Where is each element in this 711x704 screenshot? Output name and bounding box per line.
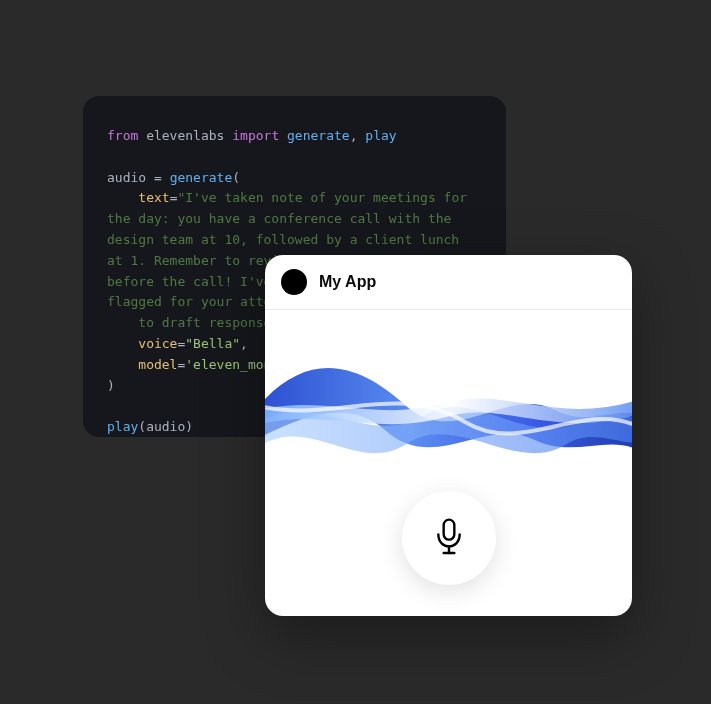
string-voice-value: "Bella" <box>185 336 240 351</box>
svg-rect-0 <box>443 519 454 539</box>
string-text-truncated: to draft responses <box>138 315 279 330</box>
app-header: My App <box>265 255 632 310</box>
app-title: My App <box>319 273 376 291</box>
play-open-paren: ( <box>138 419 146 434</box>
param-text: text <box>138 190 169 205</box>
play-close-paren: ) <box>185 419 193 434</box>
microphone-icon <box>433 517 465 560</box>
comma-voice: , <box>240 336 248 351</box>
app-logo-icon <box>281 269 307 295</box>
app-card: My App <box>265 255 632 616</box>
comma: , <box>350 128 358 143</box>
microphone-button[interactable] <box>402 491 496 585</box>
open-paren: ( <box>232 170 240 185</box>
play-arg-audio: audio <box>146 419 185 434</box>
fn-generate: generate <box>170 170 233 185</box>
assign-op: = <box>146 170 169 185</box>
app-body <box>265 310 632 615</box>
close-paren: ) <box>107 378 115 393</box>
keyword-from: from <box>107 128 138 143</box>
param-model: model <box>138 357 177 372</box>
wave-svg <box>265 310 632 510</box>
fn-play: play <box>107 419 138 434</box>
module-name: elevenlabs <box>146 128 224 143</box>
import-generate: generate <box>287 128 350 143</box>
var-audio: audio <box>107 170 146 185</box>
import-play: play <box>365 128 396 143</box>
waveform-visualization <box>265 310 632 510</box>
param-voice: voice <box>138 336 177 351</box>
keyword-import: import <box>232 128 279 143</box>
